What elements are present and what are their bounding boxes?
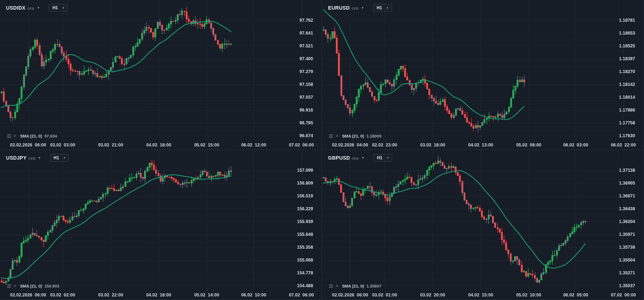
price-label: 154.488 (297, 283, 313, 289)
price-axis[interactable]: 1.371381.369051.366711.364381.362041.359… (612, 150, 644, 290)
time-axis[interactable]: 02.02.2026 06:0003.02 01:0003.02 20:0004… (322, 292, 644, 298)
symbol-name[interactable]: EURUSD (328, 5, 350, 11)
time-label: 06.02 22:00 (611, 142, 636, 148)
indicator-settings-icon[interactable] (329, 134, 333, 135)
indicator-remove-icon[interactable]: ✕ (336, 284, 338, 288)
time-label: 04.02 18:00 (146, 142, 171, 148)
time-label: 06.02 03:00 (563, 142, 588, 148)
price-label: 157.099 (297, 167, 313, 173)
candlestick-chart[interactable] (322, 150, 644, 300)
price-label: 1.18397 (619, 56, 635, 62)
indicator-name: SMA [21, 0] (20, 134, 42, 138)
price-label: 1.36671 (619, 193, 635, 199)
price-label: 96.795 (300, 120, 313, 126)
instrument-type-badge: CFD (27, 7, 35, 10)
price-label: 97.641 (300, 30, 313, 36)
price-label: 97.762 (300, 17, 313, 23)
price-label: 97.521 (300, 43, 313, 49)
time-label: 03.02 01:00 (372, 292, 397, 298)
price-axis[interactable]: 157.099156.809156.519156.229155.939155.6… (290, 150, 322, 290)
chart-header: USDIDX CFD ▾ H1 ▾ (6, 4, 68, 12)
price-label: 1.18525 (619, 43, 635, 49)
time-axis[interactable]: 02.02.2026 06:0003.02 02:0003.02 22:0004… (0, 292, 322, 298)
price-label: 1.35037 (619, 283, 635, 289)
price-label: 155.648 (297, 232, 313, 237)
time-label: 02.02.2026 06:00 (10, 292, 46, 298)
indicator-value: 1.35807 (366, 284, 381, 288)
symbol-name[interactable]: USDJPY (6, 155, 27, 161)
time-label: 04.02 15:00 (468, 292, 493, 298)
time-label: 05.02 10:00 (516, 292, 541, 298)
price-label: 1.17758 (619, 120, 635, 126)
indicator-settings-icon[interactable] (7, 284, 11, 285)
timeframe-selector[interactable]: H1 ▾ (49, 4, 68, 12)
price-label: 155.939 (297, 219, 313, 224)
price-label: 97.279 (300, 69, 313, 74)
time-axis[interactable]: 02.02.2026 04:0002.02 23:0003.02 18:0004… (322, 142, 644, 148)
time-label: 03.02 02:00 (50, 292, 75, 298)
indicator-value: 156.903 (44, 284, 59, 288)
symbol-dropdown-caret-icon[interactable]: ▾ (37, 6, 39, 10)
indicator-legend: ✕ SMA [21, 0] 1.18009 (329, 134, 381, 138)
chart-header: EURUSD CFD ▾ H1 ▾ (328, 4, 392, 12)
price-label: 96.916 (300, 107, 313, 113)
price-label: 1.18142 (619, 82, 635, 87)
price-label: 155.068 (297, 257, 313, 263)
time-label: 02.02.2026 06:00 (332, 292, 368, 298)
candlestick-chart[interactable] (0, 150, 322, 300)
candlestick-chart[interactable] (322, 0, 644, 150)
indicator-value: 97.634 (44, 134, 57, 138)
symbol-name[interactable]: USDIDX (6, 5, 26, 11)
price-label: 1.18270 (619, 69, 635, 74)
symbol-dropdown-caret-icon[interactable]: ▾ (39, 156, 41, 160)
indicator-settings-icon[interactable] (7, 134, 11, 135)
indicator-remove-icon[interactable]: ✕ (336, 134, 338, 138)
price-label: 97.037 (300, 94, 313, 100)
timeframe-caret-icon: ▾ (63, 6, 64, 10)
indicator-remove-icon[interactable]: ✕ (14, 284, 16, 288)
timeframe-label: H1 (54, 155, 59, 160)
timeframe-selector[interactable]: H1 ▾ (50, 154, 69, 162)
multi-chart-grid: 97.76297.64197.52197.40097.27997.15897.0… (0, 0, 644, 300)
timeframe-selector[interactable]: H1 ▾ (373, 154, 392, 162)
time-label: 05.02 08:00 (516, 142, 541, 148)
indicator-legend: ✕ SMA [21, 0] 156.903 (7, 284, 59, 288)
indicator-remove-icon[interactable]: ✕ (14, 134, 16, 138)
time-label: 07.02 00:00 (611, 292, 636, 298)
price-axis[interactable]: 97.76297.64197.52197.40097.27997.15897.0… (290, 0, 322, 140)
timeframe-caret-icon: ▾ (387, 156, 389, 160)
indicator-name: SMA [21, 0] (20, 284, 42, 288)
time-label: 06.02 12:00 (241, 142, 266, 148)
time-label: 02.02 23:00 (372, 142, 397, 148)
price-label: 1.18653 (619, 30, 635, 36)
time-label: 03.02 20:00 (420, 292, 445, 298)
price-label: 156.229 (297, 206, 313, 212)
instrument-type-badge: CFD (352, 7, 359, 10)
time-label: 03.02 21:00 (98, 142, 123, 148)
price-axis[interactable]: 1.187811.186531.185251.183971.182701.181… (612, 0, 644, 140)
time-label: 02.02.2026 06:00 (10, 142, 46, 148)
price-label: 97.400 (300, 56, 313, 62)
price-label: 1.36438 (619, 206, 635, 212)
time-label: 06.02 10:00 (241, 292, 266, 298)
indicator-name: SMA [21, 0] (342, 284, 364, 288)
time-label: 05.02 14:00 (194, 292, 219, 298)
time-axis[interactable]: 02.02.2026 06:0003.02 03:0003.02 21:0004… (0, 142, 322, 148)
candlestick-chart[interactable] (0, 0, 322, 150)
chart-header: GBPUSD CFD ▾ H1 ▾ (328, 154, 392, 162)
chart-panel: 157.099156.809156.519156.229155.939155.6… (0, 150, 322, 300)
symbol-dropdown-caret-icon[interactable]: ▾ (362, 156, 364, 160)
symbol-name[interactable]: GBPUSD (328, 155, 350, 161)
symbol-dropdown-caret-icon[interactable]: ▾ (362, 6, 364, 10)
price-label: 96.674 (300, 133, 313, 139)
price-label: 1.36905 (619, 180, 635, 186)
time-label: 03.02 03:00 (50, 142, 75, 148)
indicator-settings-icon[interactable] (329, 284, 333, 285)
chart-panel: 1.371381.369051.366711.364381.362041.359… (322, 150, 644, 300)
time-label: 02.02.2026 04:00 (332, 142, 368, 148)
indicator-name: SMA [21, 0] (342, 134, 364, 138)
price-label: 1.17886 (619, 107, 635, 113)
timeframe-selector[interactable]: H1 ▾ (373, 4, 392, 12)
price-label: 155.358 (297, 244, 313, 250)
timeframe-caret-icon: ▾ (64, 156, 65, 160)
